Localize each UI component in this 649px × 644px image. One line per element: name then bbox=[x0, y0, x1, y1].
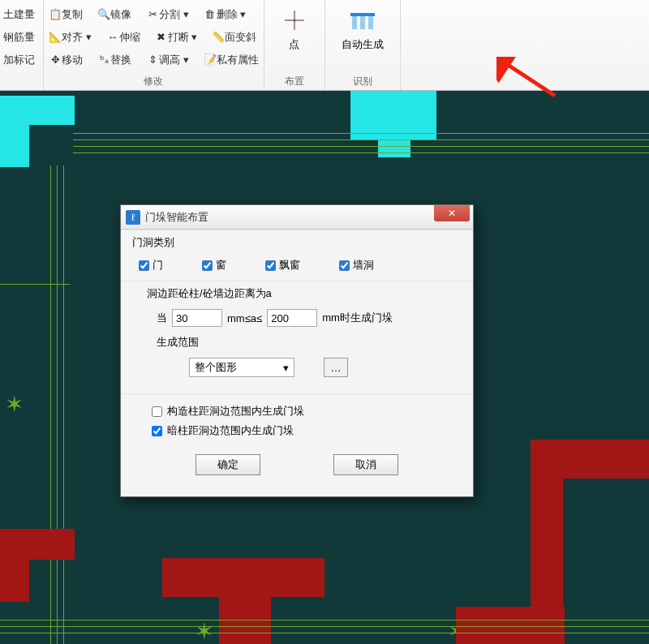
ok-button[interactable]: 确定 bbox=[196, 454, 260, 475]
dialog-titlebar[interactable]: ℓ 门垛智能布置 ✕ bbox=[121, 205, 473, 230]
input-min-a[interactable] bbox=[172, 309, 222, 327]
grid-line bbox=[0, 620, 649, 620]
mirror-icon: 🔍 bbox=[97, 8, 110, 21]
group-label-auto: 识别 bbox=[353, 75, 372, 90]
wall-shape bbox=[456, 607, 565, 644]
ribbon-item-private[interactable]: 📝私有属性 bbox=[204, 53, 259, 67]
checkbox-door[interactable]: 门 bbox=[139, 258, 163, 273]
private-icon: 📝 bbox=[204, 54, 217, 67]
distance-heading: 洞边距砼柱/砼墙边距离为a bbox=[132, 286, 462, 301]
ribbon-item-split[interactable]: ✂分割 ▾ bbox=[146, 7, 189, 22]
checkbox-baywindow-input[interactable] bbox=[265, 260, 276, 271]
ribbon-modify-group: 📋复制 🔍镜像 ✂分割 ▾ 🗑删除 ▾ 📐对齐 ▾ ↔伸缩 ✖打断 ▾ 📏面变斜… bbox=[44, 0, 264, 90]
grid-line bbox=[73, 146, 649, 147]
point-layout-button[interactable]: 点 bbox=[269, 3, 320, 55]
ribbon-item-copy[interactable]: 📋复制 bbox=[49, 7, 83, 22]
copy-icon: 📋 bbox=[49, 8, 62, 21]
ribbon-item-align[interactable]: 📐对齐 ▾ bbox=[49, 30, 92, 45]
adjust-icon: ⇕ bbox=[146, 54, 159, 67]
ribbon-auto-group: 自动生成 识别 bbox=[325, 0, 401, 90]
replace-icon: ᵇₐ bbox=[97, 54, 110, 67]
cancel-button[interactable]: 取消 bbox=[333, 454, 398, 475]
grid-line bbox=[0, 284, 70, 285]
ribbon-item-tujian[interactable]: 土建量 bbox=[3, 3, 35, 26]
grid-line bbox=[0, 626, 649, 627]
marker-star: ✶ bbox=[5, 391, 24, 418]
move-icon: ✥ bbox=[49, 54, 62, 67]
split-icon: ✂ bbox=[146, 8, 159, 21]
opt2-label: 暗柱距洞边范围内生成门垛 bbox=[167, 423, 294, 438]
ribbon-item-slope[interactable]: 📏面变斜 bbox=[212, 30, 256, 45]
svg-rect-6 bbox=[368, 16, 373, 29]
ribbon-item-gangjin[interactable]: 钢筋量 bbox=[3, 26, 35, 49]
wall-shape bbox=[0, 558, 29, 602]
section-category: 门洞类别 门 窗 飘窗 墙洞 bbox=[121, 230, 473, 281]
category-heading: 门洞类别 bbox=[132, 235, 462, 250]
point-label-1: 点 bbox=[289, 37, 299, 52]
grid-line bbox=[57, 165, 58, 644]
checkbox-door-input[interactable] bbox=[139, 260, 149, 271]
auto-label-1: 自动生成 bbox=[342, 37, 384, 52]
ribbon-toolbar: 土建量 钢筋量 加标记 📋复制 🔍镜像 ✂分割 ▾ 🗑删除 ▾ 📐对齐 ▾ ↔伸… bbox=[0, 0, 649, 91]
browse-button[interactable]: … bbox=[324, 358, 348, 377]
ribbon-item-delete[interactable]: 🗑删除 ▾ bbox=[204, 7, 247, 22]
range-label: 生成范围 bbox=[132, 335, 462, 350]
slope-icon: 📏 bbox=[212, 31, 225, 44]
checkbox-window[interactable]: 窗 bbox=[202, 258, 226, 273]
select-range-value: 整个图形 bbox=[195, 360, 237, 375]
columns-icon bbox=[349, 6, 376, 34]
wall-shape bbox=[0, 529, 75, 560]
grid-line bbox=[63, 165, 64, 644]
dialog-smart-layout: ℓ 门垛智能布置 ✕ 门洞类别 门 窗 飘窗 墙洞 洞边距砼柱/砼墙边距离为a … bbox=[120, 204, 474, 497]
crosshair-icon bbox=[281, 6, 308, 34]
checkbox-baywindow[interactable]: 飘窗 bbox=[265, 258, 300, 273]
wall-shape bbox=[378, 91, 410, 157]
checkbox-wallopening-input[interactable] bbox=[339, 260, 350, 271]
group-label-modify: 修改 bbox=[49, 75, 259, 90]
ribbon-point-group: 点 布置 bbox=[264, 0, 325, 90]
ribbon-item-adjust[interactable]: ⇕调高 ▾ bbox=[146, 53, 189, 67]
input-max-a[interactable] bbox=[267, 309, 317, 327]
ribbon-left-group: 土建量 钢筋量 加标记 bbox=[0, 0, 44, 90]
grid-line bbox=[73, 140, 649, 140]
wall-shape bbox=[0, 123, 29, 167]
checkbox-window-input[interactable] bbox=[202, 260, 213, 271]
grid-line bbox=[73, 133, 649, 134]
checkbox-opt1[interactable] bbox=[152, 406, 162, 417]
grid-line bbox=[0, 633, 649, 633]
align-icon: 📐 bbox=[49, 31, 62, 44]
section-options: 构造柱距洞边范围内生成门垛 暗柱距洞边范围内生成门垛 确定 取消 bbox=[121, 393, 473, 496]
label-tail: mm时生成门垛 bbox=[322, 311, 393, 325]
app-icon: ℓ bbox=[126, 210, 140, 225]
ribbon-item-extend[interactable]: ↔伸缩 bbox=[106, 30, 140, 45]
ribbon-item-replace[interactable]: ᵇₐ替换 bbox=[97, 53, 131, 67]
svg-rect-5 bbox=[360, 16, 365, 29]
extend-icon: ↔ bbox=[106, 31, 119, 44]
section-distance: 洞边距砼柱/砼墙边距离为a 当 mm≤a≤ mm时生成门垛 生成范围 整个图形 … bbox=[121, 281, 473, 393]
ribbon-item-move[interactable]: ✥移动 bbox=[49, 53, 83, 67]
checkbox-opt2[interactable] bbox=[152, 426, 162, 436]
wall-shape bbox=[0, 96, 75, 125]
close-button[interactable]: ✕ bbox=[434, 205, 470, 221]
auto-generate-button[interactable]: 自动生成 bbox=[330, 3, 395, 55]
svg-point-2 bbox=[293, 19, 295, 22]
chevron-down-icon: ▾ bbox=[283, 362, 289, 374]
select-range[interactable]: 整个图形 ▾ bbox=[189, 358, 294, 377]
wall-shape bbox=[531, 440, 649, 479]
delete-icon: 🗑 bbox=[204, 8, 217, 21]
break-icon: ✖ bbox=[155, 31, 168, 44]
ribbon-item-biaoji[interactable]: 加标记 bbox=[3, 49, 35, 71]
svg-rect-3 bbox=[350, 13, 375, 16]
svg-rect-4 bbox=[352, 16, 357, 29]
ribbon-item-break[interactable]: ✖打断 ▾ bbox=[155, 30, 198, 45]
group-label-point: 布置 bbox=[285, 75, 304, 90]
dialog-title: 门垛智能布置 bbox=[145, 210, 434, 225]
ribbon-item-mirror[interactable]: 🔍镜像 bbox=[97, 7, 131, 22]
grid-line bbox=[73, 152, 649, 153]
grid-line bbox=[50, 165, 51, 644]
label-mid: mm≤a≤ bbox=[227, 312, 262, 324]
wall-shape bbox=[162, 558, 324, 597]
label-when: 当 bbox=[157, 311, 167, 325]
checkbox-wallopening[interactable]: 墙洞 bbox=[339, 258, 374, 273]
marker-star: ✶ bbox=[195, 618, 213, 644]
